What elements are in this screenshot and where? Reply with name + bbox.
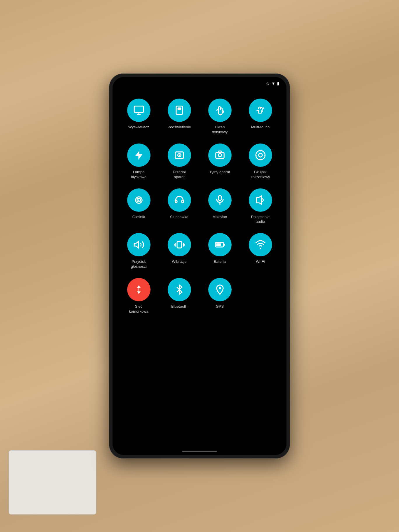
sim-icon: ◇ (266, 81, 270, 86)
svg-point-12 (258, 153, 262, 157)
svg-rect-4 (177, 108, 181, 110)
grid-item-frontcam[interactable]: Przedni aparat (168, 144, 191, 180)
flash-label: Lampa błyskowa (127, 170, 150, 180)
wifi-icon (249, 233, 272, 256)
volume-icon (127, 233, 150, 256)
svg-marker-20 (134, 242, 138, 248)
grid-item-vibration[interactable]: Wibracje (168, 233, 191, 269)
grid-item-gps[interactable]: GPS (208, 278, 232, 314)
microphone-label: Mikrofon (213, 215, 227, 220)
svg-marker-5 (135, 150, 142, 160)
audio-label: Połączenie audio (249, 215, 272, 225)
gps-label: GPS (216, 304, 224, 309)
svg-point-29 (260, 248, 261, 249)
svg-rect-0 (134, 106, 144, 113)
microphone-icon (208, 188, 232, 212)
grid-container: WyświetlaczPodświetlenieEkran dotykowyMu… (113, 93, 286, 449)
grid: WyświetlaczPodświetlenieEkran dotykowyMu… (121, 99, 278, 314)
headphone-label: Słuchawka (170, 215, 188, 220)
vibration-label: Wibracje (172, 259, 187, 264)
grid-item-speaker[interactable]: Głośnik (127, 188, 150, 225)
battery-icon: ▮ (277, 81, 279, 86)
grid-item-backlight[interactable]: Podświetlenie (168, 99, 191, 135)
rearcam-icon (208, 144, 232, 167)
battery-label: Bateria (214, 259, 226, 264)
vibration-icon (168, 233, 191, 256)
grid-item-wifi[interactable]: Wi-Fi (249, 233, 272, 269)
speaker-label: Głośnik (132, 215, 145, 220)
audio-icon (249, 188, 272, 212)
volume-label: Przycisk głośności (127, 259, 150, 269)
headphone-icon (168, 188, 191, 212)
home-indicator (113, 449, 286, 455)
cellular-label: Sieć komórkowa (127, 304, 150, 314)
grid-item-headphone[interactable]: Słuchawka (168, 188, 191, 225)
phone-screen: ◇ ▼ ▮ WyświetlaczPodświetlenieEkran doty… (113, 77, 286, 455)
grid-item-proximity[interactable]: Czujnik zbliżeniowy (249, 144, 272, 180)
touchscreen-icon (208, 99, 232, 122)
multitouch-label: Multi-touch (251, 125, 270, 130)
grid-item-cellular[interactable]: Sieć komórkowa (127, 278, 150, 314)
status-bar: ◇ ▼ ▮ (113, 77, 286, 87)
background: ◇ ▼ ▮ WyświetlaczPodświetlenieEkran doty… (0, 0, 399, 532)
backlight-icon (168, 99, 191, 122)
flash-icon (127, 144, 150, 167)
bluetooth-label: Bluetooth (171, 304, 187, 309)
svg-rect-3 (176, 106, 182, 115)
frontcam-label: Przedni aparat (168, 170, 191, 180)
grid-item-volume[interactable]: Przycisk głośności (127, 233, 150, 269)
display-label: Wyświetlacz (128, 125, 149, 130)
bluetooth-icon (168, 278, 191, 301)
grid-item-flash[interactable]: Lampa błyskowa (127, 144, 150, 180)
grid-item-microphone[interactable]: Mikrofon (208, 188, 232, 225)
grid-item-bluetooth[interactable]: Bluetooth (168, 278, 191, 314)
proximity-icon (249, 144, 272, 167)
wifi-label: Wi-Fi (256, 259, 265, 264)
grid-item-rearcam[interactable]: Tylny aparat (208, 144, 232, 180)
display-icon (127, 99, 150, 122)
gps-icon (208, 278, 232, 301)
frontcam-icon (168, 144, 191, 167)
svg-rect-27 (216, 244, 221, 246)
grid-item-battery[interactable]: Bateria (208, 233, 232, 269)
grid-item-audio[interactable]: Połączenie audio (249, 188, 272, 225)
cellular-icon (127, 278, 150, 301)
signal-icon: ▼ (271, 81, 275, 86)
rearcam-label: Tylny aparat (209, 170, 230, 175)
svg-rect-16 (175, 200, 177, 203)
svg-rect-17 (181, 200, 183, 203)
phone-outer: ◇ ▼ ▮ WyświetlaczPodświetlenieEkran doty… (109, 74, 290, 459)
svg-rect-11 (218, 151, 221, 153)
home-bar (182, 451, 217, 452)
top-bar (113, 87, 286, 93)
grid-item-multitouch[interactable]: Multi-touch (249, 99, 272, 135)
grid-item-display[interactable]: Wyświetlacz (127, 99, 150, 135)
svg-rect-18 (218, 195, 221, 200)
svg-point-15 (138, 199, 139, 201)
multitouch-icon (249, 99, 272, 122)
proximity-label: Czujnik zbliżeniowy (249, 170, 272, 180)
speaker-icon (127, 188, 150, 212)
grid-item-touchscreen[interactable]: Ekran dotykowy (208, 99, 232, 135)
backlight-label: Podświetlenie (168, 125, 191, 130)
battery-icon (208, 233, 232, 256)
status-icons: ◇ ▼ ▮ (266, 81, 279, 86)
touchscreen-label: Ekran dotykowy (208, 125, 232, 135)
svg-point-31 (219, 287, 221, 289)
svg-point-8 (178, 154, 180, 156)
svg-rect-21 (177, 242, 182, 248)
cloth (9, 450, 96, 514)
svg-point-10 (218, 153, 221, 157)
